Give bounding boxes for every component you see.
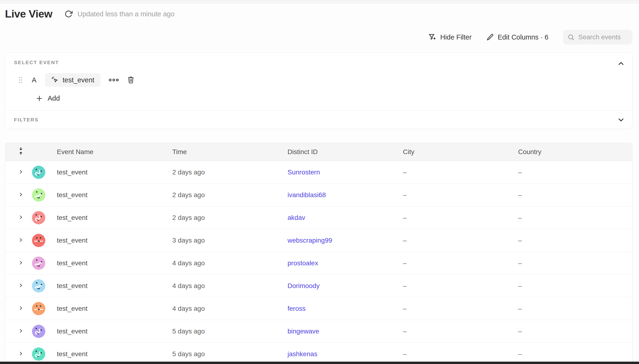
table-row[interactable]: test_event 4 days ago Dorimoody – – bbox=[5, 274, 632, 297]
time-cell: 4 days ago bbox=[172, 305, 288, 312]
city-cell: – bbox=[403, 328, 518, 335]
expand-filters-button[interactable] bbox=[617, 116, 625, 124]
chevron-right-icon bbox=[18, 260, 24, 265]
drag-handle-icon[interactable] bbox=[18, 76, 23, 84]
avatar[interactable] bbox=[32, 211, 45, 224]
distinct-id-link[interactable]: jashkenas bbox=[288, 350, 317, 358]
plus-icon bbox=[36, 95, 43, 102]
chevron-right-icon bbox=[18, 328, 24, 334]
avatar[interactable] bbox=[32, 279, 45, 292]
chevron-right-icon bbox=[18, 215, 24, 220]
add-event-button[interactable]: Add bbox=[36, 94, 60, 102]
distinct-id-link[interactable]: ivandiblasi68 bbox=[288, 191, 326, 198]
expand-row-button[interactable] bbox=[18, 238, 24, 242]
pencil-icon bbox=[486, 33, 494, 41]
page-title: Live View bbox=[5, 8, 52, 20]
ellipsis-icon bbox=[109, 78, 119, 82]
time-cell: 5 days ago bbox=[172, 328, 288, 335]
distinct-id-link[interactable]: feross bbox=[288, 305, 306, 312]
column-header-event-name: Event Name bbox=[57, 148, 172, 156]
event-row: A test_event bbox=[18, 73, 625, 87]
city-cell: – bbox=[403, 305, 518, 312]
distinct-id-link[interactable]: bingewave bbox=[288, 328, 319, 335]
event-name-cell: test_event bbox=[57, 168, 172, 176]
add-event-label: Add bbox=[48, 94, 60, 102]
search-events-input[interactable] bbox=[578, 33, 628, 41]
chevron-down-icon bbox=[617, 116, 625, 124]
delete-event-button[interactable] bbox=[127, 76, 135, 84]
distinct-id-cell: webscraping99 bbox=[288, 237, 403, 244]
expand-row-button[interactable] bbox=[18, 260, 24, 265]
search-events-box bbox=[563, 30, 632, 44]
chevron-up-icon bbox=[617, 60, 625, 68]
distinct-id-cell: prostoalex bbox=[288, 260, 403, 267]
column-header-city: City bbox=[403, 148, 518, 156]
expand-row-button[interactable] bbox=[18, 283, 24, 288]
avatar[interactable] bbox=[32, 302, 45, 315]
table-row[interactable]: test_event 2 days ago akdav – – bbox=[5, 206, 632, 229]
select-event-label: SELECT EVENT bbox=[14, 60, 625, 65]
event-name-cell: test_event bbox=[57, 350, 172, 358]
hide-filter-label: Hide Filter bbox=[440, 33, 472, 41]
distinct-id-link[interactable]: webscraping99 bbox=[288, 237, 332, 244]
distinct-id-link[interactable]: Sunrostern bbox=[288, 168, 320, 176]
avatar[interactable] bbox=[32, 348, 45, 361]
time-cell: 2 days ago bbox=[172, 168, 288, 176]
city-cell: – bbox=[403, 237, 518, 244]
expand-row-button[interactable] bbox=[18, 328, 24, 334]
country-cell: – bbox=[518, 237, 632, 244]
last-updated-text: Updated less than a minute ago bbox=[78, 10, 175, 18]
expand-row-button[interactable] bbox=[18, 215, 24, 220]
collapse-rows-button[interactable] bbox=[18, 146, 24, 156]
country-cell: – bbox=[518, 328, 632, 335]
refresh-icon bbox=[65, 10, 73, 18]
event-name-cell: test_event bbox=[57, 305, 172, 312]
expand-row-button[interactable] bbox=[18, 306, 24, 311]
event-more-options-button[interactable] bbox=[109, 78, 119, 82]
distinct-id-cell: bingewave bbox=[288, 328, 403, 335]
table-row[interactable]: test_event 4 days ago feross – – bbox=[5, 297, 632, 320]
country-cell: – bbox=[518, 191, 632, 199]
time-cell: 4 days ago bbox=[172, 260, 288, 267]
avatar[interactable] bbox=[32, 325, 45, 338]
bottom-edge-bar bbox=[0, 362, 639, 364]
avatar[interactable] bbox=[32, 188, 45, 202]
table-row[interactable]: test_event 5 days ago jashkenas – – bbox=[5, 343, 632, 364]
page-header: Live View Updated less than a minute ago bbox=[5, 8, 632, 20]
country-cell: – bbox=[518, 168, 632, 176]
table-toolbar: Hide Filter Edit Columns · 6 bbox=[5, 30, 632, 44]
distinct-id-link[interactable]: akdav bbox=[288, 214, 305, 221]
country-cell: – bbox=[518, 260, 632, 267]
collapse-rows-icon bbox=[18, 146, 24, 156]
distinct-id-cell: feross bbox=[288, 305, 403, 312]
filters-section: FILTERS bbox=[5, 110, 632, 129]
event-selector-chip[interactable]: test_event bbox=[45, 73, 101, 87]
avatar[interactable] bbox=[32, 166, 45, 179]
expand-row-button[interactable] bbox=[18, 192, 24, 197]
distinct-id-cell: jashkenas bbox=[288, 350, 403, 358]
hide-filter-button[interactable]: Hide Filter bbox=[428, 33, 472, 41]
distinct-id-link[interactable]: prostoalex bbox=[288, 260, 318, 267]
edit-columns-button[interactable]: Edit Columns · 6 bbox=[486, 33, 548, 41]
table-header-row: Event Name Time Distinct ID City Country bbox=[5, 143, 632, 161]
avatar[interactable] bbox=[32, 234, 45, 247]
event-name-cell: test_event bbox=[57, 282, 172, 290]
table-row[interactable]: test_event 5 days ago bingewave – – bbox=[5, 320, 632, 343]
time-cell: 5 days ago bbox=[172, 350, 288, 358]
events-table: Event Name Time Distinct ID City Country… bbox=[5, 143, 632, 364]
avatar[interactable] bbox=[32, 256, 45, 270]
distinct-id-link[interactable]: Dorimoody bbox=[288, 282, 319, 290]
table-row[interactable]: test_event 2 days ago ivandiblasi68 – – bbox=[5, 184, 632, 206]
collapse-select-event-button[interactable] bbox=[617, 60, 625, 68]
table-row[interactable]: test_event 3 days ago webscraping99 – – bbox=[5, 229, 632, 252]
table-row[interactable]: test_event 4 days ago prostoalex – – bbox=[5, 252, 632, 274]
event-name-cell: test_event bbox=[57, 191, 172, 199]
country-cell: – bbox=[518, 350, 632, 358]
refresh-button[interactable] bbox=[64, 9, 73, 19]
expand-row-button[interactable] bbox=[18, 351, 24, 356]
expand-row-button[interactable] bbox=[18, 169, 24, 174]
select-event-section: SELECT EVENT A test_event bbox=[5, 52, 632, 110]
table-row[interactable]: test_event 2 days ago Sunrostern – – bbox=[5, 161, 632, 184]
chevron-right-icon bbox=[18, 192, 24, 197]
column-header-country: Country bbox=[518, 148, 632, 156]
